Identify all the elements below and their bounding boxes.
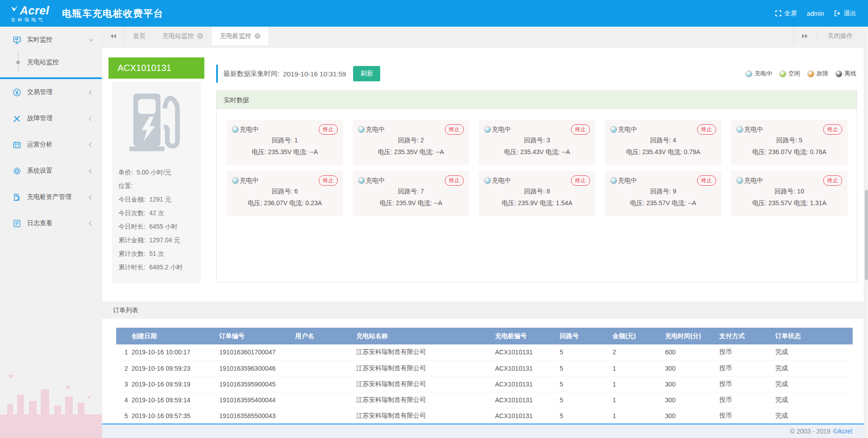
terminate-button[interactable]: 终止 — [697, 124, 716, 135]
circuit-no: 回路号: 5 — [736, 137, 842, 145]
terminate-button[interactable]: 终止 — [319, 124, 338, 135]
column-header: 回路号 — [560, 328, 613, 344]
circuit-values: 电压: 235.57V 电流: --A — [610, 199, 716, 207]
orders-panel: 创建日期订单编号用户名充电站名称充电桩编号回路号金额(元)充电时间(分)支付方式… — [102, 319, 864, 424]
cell-pay: 投币 — [719, 344, 775, 360]
sidebar-item-pile-assets[interactable]: 充电桩资产管理 — [0, 184, 102, 210]
column-header-index — [116, 328, 132, 344]
chevron-down-icon — [89, 37, 94, 42]
circuit-status: 充电中 — [358, 126, 385, 134]
column-header: 充电桩编号 — [495, 328, 560, 344]
terminate-button[interactable]: 终止 — [571, 124, 590, 135]
fullscreen-button[interactable]: 全屏 — [775, 9, 797, 18]
acrel-logo: Acrel 安科瑞电气 — [11, 5, 49, 22]
circuit-values: 电压: 235.9V 电流: --A — [358, 199, 464, 207]
close-operations-button[interactable]: 关闭操作 — [816, 27, 864, 45]
logout-label: 退出 — [844, 9, 856, 18]
tab-home[interactable]: 首页 — [125, 27, 154, 45]
username[interactable]: admin — [807, 10, 824, 17]
cell-user — [295, 408, 356, 424]
cell-status: 完成 — [775, 392, 853, 408]
cell-circuit: 5 — [560, 344, 613, 360]
tabs-scroll-right-button[interactable] — [793, 27, 816, 45]
stat-value: 6485.2 小时 — [149, 264, 183, 272]
cell-order_no: 1910163595400044 — [219, 392, 295, 408]
column-header: 金额(元) — [613, 328, 665, 344]
circuit-no: 回路号: 7 — [358, 188, 464, 196]
vertical-scrollbar — [864, 27, 868, 438]
tab-close-icon[interactable] — [197, 33, 203, 39]
terminate-button[interactable]: 终止 — [823, 175, 842, 186]
tab-label: 充电桩监控 — [220, 32, 251, 40]
circuit-status-label: 充电中 — [240, 177, 259, 185]
order-row-3: 32019-10-16 09:59:191910163595900045江苏安科… — [116, 376, 853, 392]
circuit-status: 充电中 — [736, 177, 763, 185]
offline-status-icon — [835, 71, 842, 77]
stat-label: 今日时长: — [118, 223, 146, 231]
circuit-status: 充电中 — [736, 126, 763, 134]
terminate-button[interactable]: 终止 — [445, 175, 464, 186]
fault-status-icon — [807, 71, 814, 77]
circuit-card-6: 充电中 终止 回路号: 6 电压: 236.07V 电流: 0.23A — [226, 171, 343, 216]
circuit-grid: 充电中 终止 回路号: 1 电压: 235.35V 电流: --A 充电中 终止… — [217, 109, 857, 227]
sidebar-item-label: 日志查看 — [27, 219, 90, 227]
stat-value: 1297.04 元 — [149, 236, 180, 245]
cell-user — [295, 344, 356, 360]
sidebar-item-faults[interactable]: 故障管理 — [0, 105, 102, 132]
cell-created: 2019-10-16 09:59:19 — [132, 376, 219, 392]
terminate-button[interactable]: 终止 — [697, 175, 716, 186]
main-content: 首页 充电站监控 充电桩监控 关闭操作 ACX1010131 — [102, 27, 864, 438]
cell-user — [295, 360, 356, 376]
column-header: 订单编号 — [219, 328, 295, 344]
circuit-values: 电压: 236.07V 电流: 0.78A — [736, 148, 842, 156]
tabs-scroll-left-button[interactable] — [102, 27, 125, 45]
sidebar-item-analytics[interactable]: 运营分析 — [0, 132, 102, 158]
realtime-data-box: 实时数据 充电中 终止 回路号: 1 电压: 235.35V 电流: --A 充… — [216, 90, 857, 283]
sidebar-item-settings[interactable]: 系统设置 — [0, 158, 102, 184]
sidebar-item-label: 故障管理 — [27, 114, 90, 122]
scrollbar-thumb[interactable] — [865, 190, 868, 280]
pile-stats: 单价:5.00 小时/元位置:今日金额:1291 元今日次数:42 次今日时长:… — [112, 166, 201, 274]
column-header: 用户名 — [295, 328, 356, 344]
stat-row: 位置: — [118, 179, 194, 193]
cell-amount: 1 — [613, 376, 665, 392]
stat-label: 位置: — [118, 182, 133, 190]
footer-brand-link[interactable]: ©Acrel — [833, 428, 852, 435]
tab-close-icon[interactable] — [255, 33, 260, 39]
cell-order_no: 1910163595900045 — [219, 376, 295, 392]
terminate-button[interactable]: 终止 — [823, 124, 842, 135]
terminate-button[interactable]: 终止 — [319, 175, 338, 186]
orders-body: 12019-10-16 10:00:171910163601700047江苏安科… — [116, 344, 853, 424]
sidebar-item-logs[interactable]: 日志查看 — [0, 210, 102, 236]
circuit-card-1: 充电中 终止 回路号: 1 电压: 235.35V 电流: --A — [226, 120, 343, 165]
stat-row: 今日金额:1291 元 — [118, 193, 194, 207]
brand: Acrel 安科瑞电气 电瓶车充电桩收费平台 — [0, 5, 164, 22]
tab-station-monitor[interactable]: 充电站监控 — [154, 27, 212, 45]
charging-status-icon — [358, 177, 365, 184]
circuit-no: 回路号: 10 — [736, 188, 842, 196]
sidebar-item-label: 系统设置 — [27, 167, 90, 175]
stat-label: 今日金额: — [118, 196, 146, 204]
sidebar-item-station-monitor[interactable]: 充电站监控 — [0, 48, 102, 76]
terminate-button[interactable]: 终止 — [445, 124, 464, 135]
stat-label: 累计次数: — [118, 250, 146, 258]
logout-button[interactable]: 退出 — [834, 9, 856, 18]
circuit-no: 回路号: 6 — [232, 188, 338, 196]
legend-idle: 空闲 — [779, 70, 800, 78]
stat-value: 5.00 小时/元 — [137, 169, 171, 177]
chevron-left-icon — [89, 90, 94, 94]
charging-status-icon — [484, 126, 491, 133]
circuit-no: 回路号: 9 — [610, 188, 716, 196]
cell-station: 江苏安科瑞制造有限公司 — [356, 392, 495, 408]
sidebar-item-realtime-monitor[interactable]: 实时监控 — [0, 31, 102, 48]
charging-status-icon — [610, 126, 617, 133]
pile-assets-icon — [13, 193, 21, 202]
sidebar-item-transactions[interactable]: 交易管理 — [0, 79, 102, 105]
app-window: Acrel 安科瑞电气 电瓶车充电桩收费平台 全屏 admin 退出 — [0, 0, 868, 438]
tab-pile-monitor[interactable]: 充电桩监控 — [212, 27, 269, 45]
refresh-button[interactable]: 刷新 — [353, 66, 380, 81]
circuit-status: 充电中 — [610, 177, 637, 185]
cell-pile: ACX1010131 — [495, 344, 560, 360]
cell-circuit: 5 — [560, 392, 613, 408]
terminate-button[interactable]: 终止 — [571, 175, 590, 186]
